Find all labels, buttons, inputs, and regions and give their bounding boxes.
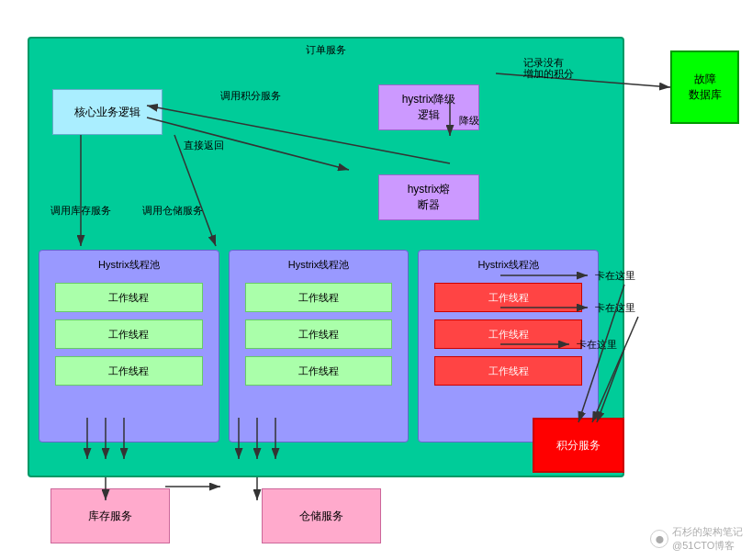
worker-thread-2-1: 工作线程 <box>245 283 393 312</box>
order-service-box: 订单服务 核心业务逻辑 hystrix降级 逻辑 hystrix熔 断器 Hys… <box>28 37 624 477</box>
inventory-service-box: 库存服务 <box>51 488 170 543</box>
thread-pool-2: Hystrix线程池 工作线程 工作线程 工作线程 <box>229 250 410 442</box>
diagram-container: 订单服务 核心业务逻辑 hystrix降级 逻辑 hystrix熔 断器 Hys… <box>0 0 752 560</box>
thread-pool-3: Hystrix线程池 工作线程 工作线程 工作线程 <box>418 250 599 442</box>
core-logic-box: 核心业务逻辑 <box>52 89 163 135</box>
worker-thread-2-2: 工作线程 <box>245 319 393 349</box>
order-service-label: 订单服务 <box>306 43 346 57</box>
failure-service-box: 积分服务 <box>533 418 624 473</box>
worker-thread-2-3: 工作线程 <box>245 356 393 386</box>
thread-pools-area: Hystrix线程池 工作线程 工作线程 工作线程 Hystrix线程池 工作线… <box>39 250 599 442</box>
worker-thread-3-2: 工作线程 <box>434 319 582 349</box>
watermark-line1: 石杉的架构笔记 <box>672 525 743 539</box>
worker-thread-1-3: 工作线程 <box>55 356 203 386</box>
thread-pool-3-label: Hystrix线程池 <box>477 258 539 272</box>
thread-pool-1-label: Hystrix线程池 <box>98 258 160 272</box>
watermark: ⬤ 石杉的架构笔记 @51CTO博客 <box>650 525 743 553</box>
bottom-services: 库存服务 仓储服务 <box>51 488 381 543</box>
warehouse-service-box: 仓储服务 <box>262 488 381 543</box>
fault-db-box: 故障 数据库 <box>670 50 739 124</box>
hystrix-breaker-box: hystrix熔 断器 <box>378 174 479 220</box>
worker-thread-1-1: 工作线程 <box>55 283 203 312</box>
hystrix-fallback-box: hystrix降级 逻辑 <box>378 84 479 130</box>
watermark-icon: ⬤ <box>650 530 668 548</box>
watermark-line2: @51CTO博客 <box>672 539 743 553</box>
worker-thread-1-2: 工作线程 <box>55 319 203 349</box>
thread-pool-2-label: Hystrix线程池 <box>288 258 350 272</box>
worker-thread-3-1: 工作线程 <box>434 283 582 312</box>
thread-pool-1: Hystrix线程池 工作线程 工作线程 工作线程 <box>39 250 219 442</box>
worker-thread-3-3: 工作线程 <box>434 356 582 386</box>
